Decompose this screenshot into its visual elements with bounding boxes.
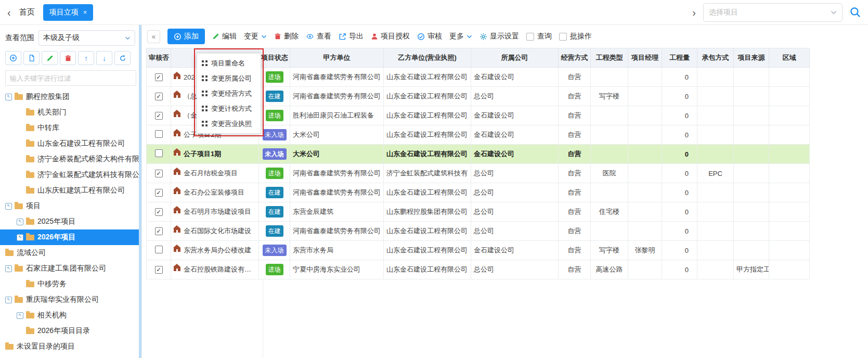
row-checkbox[interactable]: ✓ <box>155 266 163 274</box>
tree-item[interactable]: ↖ 机关部门 <box>0 105 141 120</box>
expand-icon[interactable]: ↖ <box>5 265 12 272</box>
checkbox-box[interactable] <box>559 33 567 41</box>
export-button[interactable]: 导出 <box>339 32 364 41</box>
table-row[interactable]: ✓金石明月市场建设项目在建东营金辰建筑山东鹏程控股集团有限公司总公司自营住宅楼0 <box>147 202 810 222</box>
row-checkbox[interactable]: ✓ <box>155 208 163 216</box>
tree-item[interactable]: ↖ 项目 <box>0 198 141 214</box>
tree-edit-button[interactable] <box>42 51 58 65</box>
delete-button-label: 删除 <box>284 32 299 41</box>
cell-company: 总公司 <box>471 87 559 106</box>
menu-item-rename-project[interactable]: 项目重命名 <box>197 56 261 71</box>
project-select[interactable]: 选择项目 <box>703 3 843 22</box>
add-button[interactable]: 添加 <box>167 29 205 44</box>
tree-add-button[interactable] <box>5 51 21 65</box>
expand-icon[interactable]: ↖ <box>5 203 12 210</box>
column-header[interactable]: 所属公司 <box>471 48 559 68</box>
tree-item[interactable]: ↖ 石家庄建工集团有限公司 <box>0 261 141 276</box>
column-header[interactable]: 经营方式 <box>559 48 591 68</box>
tree-item-label: 流域公司 <box>17 248 46 258</box>
column-header[interactable]: 项目来源 <box>734 48 769 68</box>
change-button[interactable]: 变更 <box>244 32 267 41</box>
query-checkbox[interactable]: 查询 <box>526 32 552 41</box>
forward-chevron-icon[interactable]: › <box>692 7 696 18</box>
collapse-sidebar-button[interactable]: « <box>147 30 160 43</box>
row-checkbox[interactable]: ✓ <box>155 93 163 100</box>
row-checkbox[interactable]: ✓ <box>155 73 163 81</box>
tree-item[interactable]: 未设置目录的项目 <box>0 339 141 354</box>
expand-icon[interactable]: ↖ <box>5 297 12 303</box>
display-settings-button[interactable]: 显示设置 <box>480 32 519 41</box>
tree-item[interactable]: ↖ 山东金石建设工程有限公司 <box>0 136 141 151</box>
menu-item-change-operation-mode[interactable]: 变更经营方式 <box>197 86 261 101</box>
row-checkbox[interactable] <box>155 130 163 138</box>
row-checkbox[interactable] <box>155 246 163 253</box>
batch-operation-checkbox[interactable]: 批操作 <box>559 32 592 41</box>
tree-item[interactable]: ↖ 山东庆虹建筑工程有限公司 <box>0 183 141 198</box>
tree-filter-input[interactable] <box>5 70 136 86</box>
sidebar-scrollbar[interactable] <box>139 25 141 358</box>
column-header[interactable]: 项目经理 <box>628 48 662 68</box>
tab-close-icon[interactable]: × <box>83 8 87 16</box>
column-header[interactable]: 甲方单位 <box>290 48 384 68</box>
expand-icon[interactable]: ↖ <box>17 234 23 241</box>
audit-button[interactable]: 审核 <box>417 32 442 41</box>
expand-icon[interactable]: ↖ <box>5 94 12 100</box>
menu-item-change-company[interactable]: 变更所属公司 <box>197 71 261 86</box>
table-row[interactable]: 公子项目1期未入场大米公司山东金石建设工程有限公司金石建设公司自营0 <box>147 145 810 164</box>
export-icon <box>339 33 346 41</box>
row-checkbox[interactable]: ✓ <box>155 189 163 197</box>
cell-manager <box>628 106 662 125</box>
tree-item[interactable]: ↖ 相关机构 <box>0 308 141 323</box>
tree-item[interactable]: ↖ 中转库 <box>0 120 141 136</box>
folder-icon <box>26 282 34 287</box>
table-row[interactable]: ✓金石国际文化市场建设在建河南省鑫泰建筑劳务有限公司山东金石建设工程有限公司总公… <box>147 222 810 241</box>
table-row[interactable]: ✓金石控股铁路建设有…进场宁夏中房海东实业公司山东金石建设工程有限公司总公司自营… <box>147 260 810 279</box>
change-menu-annotation: 项目重命名变更所属公司变更经营方式变更计税方式变更营业执照 <box>194 48 264 136</box>
back-chevron-icon[interactable]: ‹ <box>7 7 11 18</box>
column-header[interactable]: 乙方单位(营业执照) <box>384 48 471 68</box>
tree-item[interactable]: ↖ 中移劳务 <box>0 276 141 292</box>
tree-item[interactable]: ↖ 重庆瑞华实业有限公司 <box>0 292 141 308</box>
expand-icon[interactable]: ↖ <box>17 312 23 319</box>
menu-item-change-business-license[interactable]: 变更营业执照 <box>197 116 261 131</box>
row-checkbox[interactable]: ✓ <box>155 170 163 177</box>
search-icon[interactable] <box>850 7 861 18</box>
table-row[interactable]: 东营水务局办公楼改建未入场东营市水务局山东金石建设工程有限公司金石建设公司自营写… <box>147 241 810 260</box>
tree-item[interactable]: ↖ 济宁金虹装配式建筑科技有限公 <box>0 167 141 183</box>
column-header[interactable]: 审核否 <box>147 48 171 68</box>
view-button[interactable]: 查看 <box>306 32 331 41</box>
tree-move-down-button[interactable]: ↓ <box>96 51 112 65</box>
table-row[interactable]: ✓金石月结税金项目进场河南省鑫泰建筑劳务有限公司济宁金虹装配式建筑科技有总公司自… <box>147 164 810 183</box>
tree-item[interactable]: ↖ 2025年项目 <box>0 214 141 229</box>
row-checkbox[interactable]: ✓ <box>155 227 163 235</box>
table-row[interactable]: ✓金石办公室装修项目在建河南省鑫泰建筑劳务有限公司山东金石建设工程有限公司总公司… <box>147 183 810 202</box>
tree-move-up-button[interactable]: ↑ <box>78 51 94 65</box>
tree-item[interactable]: 流域公司 <box>0 245 141 261</box>
tree-item[interactable]: ↖ 济宁金桥装配式桥梁大构件有限 <box>0 151 141 167</box>
tree-document-button[interactable] <box>23 51 40 65</box>
tree-item[interactable]: ↖ 2026年项目目录 <box>0 323 141 339</box>
tree-item[interactable]: ↖ 鹏程控股集团 <box>0 89 141 105</box>
tab-project-initiation[interactable]: 项目立项 × <box>43 4 94 21</box>
delete-button[interactable]: 删除 <box>274 32 299 41</box>
tree-refresh-button[interactable] <box>114 51 131 65</box>
scope-select[interactable]: 本级及子级 <box>38 30 135 46</box>
project-authorize-button[interactable]: 项目授权 <box>371 32 410 41</box>
expand-icon[interactable]: ↖ <box>17 219 23 225</box>
more-button[interactable]: 更多 <box>449 32 472 41</box>
row-checkbox[interactable]: ✓ <box>155 112 163 120</box>
column-header[interactable]: 承包方式 <box>697 48 734 68</box>
edit-button[interactable]: 编辑 <box>212 32 237 41</box>
home-link[interactable]: 首页 <box>19 7 35 17</box>
more-button-label: 更多 <box>449 32 464 41</box>
column-header[interactable]: 工程量 <box>662 48 697 68</box>
tree-delete-button[interactable] <box>60 51 76 65</box>
column-header[interactable]: 工程类型 <box>591 48 628 68</box>
tree-item-label: 石家庄建工集团有限公司 <box>26 264 106 273</box>
column-header[interactable]: 区域 <box>769 48 810 68</box>
checkbox-box[interactable] <box>526 33 534 41</box>
menu-item-label: 变更计税方式 <box>211 104 252 113</box>
row-checkbox[interactable] <box>155 149 163 157</box>
tree-item[interactable]: ↖ 2026年项目 <box>0 229 141 245</box>
menu-item-change-tax-method[interactable]: 变更计税方式 <box>197 101 261 116</box>
